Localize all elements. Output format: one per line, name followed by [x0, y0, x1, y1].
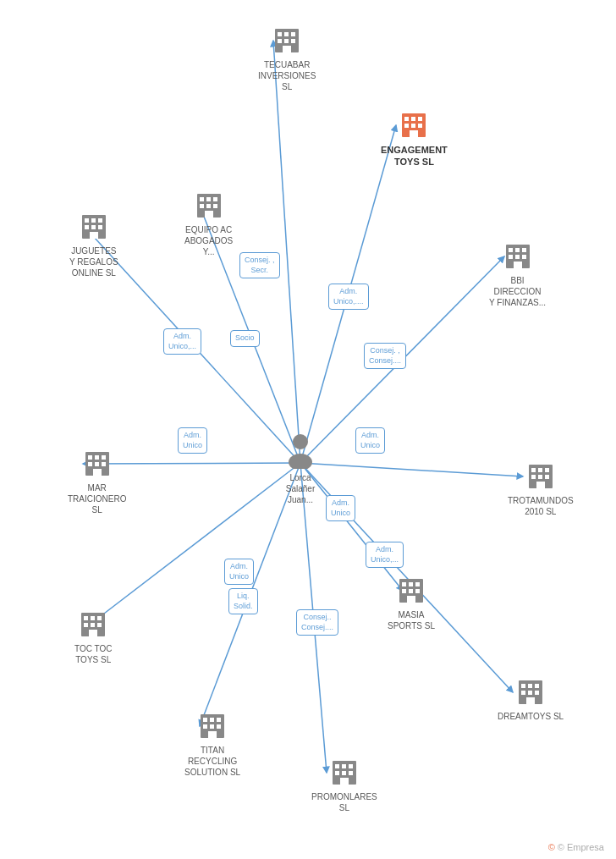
- building-icon: [272, 25, 302, 56]
- svg-rect-85: [89, 630, 97, 636]
- svg-rect-15: [278, 32, 282, 36]
- building-icon: [515, 677, 546, 708]
- network-canvas: Lorca Salañer Juan... TECUABAR INVERSION…: [0, 0, 616, 859]
- svg-rect-97: [98, 218, 102, 223]
- building-icon: [399, 110, 429, 140]
- svg-rect-92: [102, 462, 106, 466]
- relation-badge-b7[interactable]: Adm. Unico: [355, 427, 385, 454]
- svg-rect-19: [284, 39, 289, 43]
- company-node-dreamtoys[interactable]: DREAMTOYS SL: [498, 677, 564, 722]
- svg-rect-20: [291, 39, 295, 43]
- company-label: TECUABAR INVERSIONES SL: [258, 59, 316, 92]
- svg-rect-68: [349, 771, 353, 775]
- relation-badge-b5[interactable]: Socio: [230, 330, 260, 347]
- svg-rect-40: [538, 468, 542, 472]
- relation-badge-b4[interactable]: Adm. Unico,...: [163, 328, 201, 355]
- building-icon: [525, 461, 556, 492]
- svg-rect-49: [535, 684, 539, 688]
- svg-rect-50: [521, 691, 525, 695]
- svg-rect-53: [526, 697, 535, 704]
- company-node-mar[interactable]: MAR TRAICIONERO SL: [68, 449, 126, 515]
- svg-point-13: [289, 454, 312, 469]
- company-label: TOC TOC TOYS SL: [74, 643, 112, 665]
- relation-badge-b10[interactable]: Consej.. Consej....: [296, 609, 338, 636]
- svg-rect-31: [509, 248, 513, 252]
- svg-rect-61: [407, 596, 415, 603]
- svg-rect-83: [91, 623, 95, 627]
- svg-rect-57: [415, 582, 420, 586]
- company-node-engagement[interactable]: ENGAGEMENT TOYS SL: [381, 110, 448, 168]
- svg-rect-75: [210, 724, 214, 729]
- company-label: PROMONLARES SL: [311, 791, 377, 813]
- svg-rect-16: [284, 32, 289, 36]
- svg-rect-28: [418, 124, 422, 128]
- svg-rect-51: [528, 691, 532, 695]
- svg-rect-55: [402, 582, 406, 586]
- center-person-node[interactable]: Lorca Salañer Juan...: [283, 432, 317, 505]
- svg-rect-95: [85, 218, 89, 223]
- svg-point-12: [293, 434, 308, 449]
- relation-badge-b2[interactable]: Adm. Unico,....: [328, 284, 369, 310]
- company-node-titan[interactable]: TITAN RECYCLING SOLUTION SL: [184, 711, 240, 778]
- company-node-masia[interactable]: MASIA SPORTS SL: [388, 575, 435, 631]
- svg-rect-23: [404, 117, 409, 121]
- watermark: © © Empresa: [548, 842, 604, 852]
- company-node-bbi[interactable]: BBI DIRECCION Y FINANZAS...: [489, 241, 546, 308]
- svg-rect-79: [84, 616, 88, 620]
- relation-badge-b1[interactable]: Consej. , Secr.: [239, 252, 280, 278]
- svg-rect-82: [84, 623, 88, 627]
- svg-rect-35: [515, 255, 520, 259]
- svg-rect-32: [515, 248, 520, 252]
- svg-rect-45: [536, 482, 545, 488]
- svg-rect-39: [531, 468, 536, 472]
- svg-rect-90: [88, 462, 92, 466]
- company-node-tecuabar[interactable]: TECUABAR INVERSIONES SL: [258, 25, 316, 92]
- svg-rect-66: [335, 771, 339, 775]
- svg-rect-99: [91, 225, 96, 229]
- building-icon: [329, 757, 360, 788]
- svg-rect-52: [535, 691, 539, 695]
- svg-rect-104: [206, 197, 211, 201]
- relation-badge-b3[interactable]: Consej. , Consej....: [364, 343, 406, 369]
- building-icon: [194, 190, 224, 221]
- company-node-toctoc[interactable]: TOC TOC TOYS SL: [74, 609, 112, 665]
- company-node-promonlares[interactable]: PROMONLARES SL: [311, 757, 377, 813]
- relation-badge-b12[interactable]: Liq. Solid.: [228, 588, 258, 614]
- svg-rect-27: [411, 124, 415, 128]
- svg-rect-87: [88, 455, 92, 460]
- svg-rect-36: [522, 255, 526, 259]
- svg-rect-88: [95, 455, 99, 460]
- svg-rect-48: [528, 684, 532, 688]
- company-node-trotamundos[interactable]: TROTAMUNDOS 2010 SL: [508, 461, 574, 517]
- svg-rect-56: [409, 582, 413, 586]
- svg-rect-84: [97, 623, 102, 627]
- relation-badge-b6[interactable]: Adm. Unico: [178, 427, 207, 454]
- svg-rect-34: [509, 255, 513, 259]
- svg-rect-58: [402, 589, 406, 593]
- svg-rect-37: [514, 262, 522, 268]
- relation-badge-b8[interactable]: Adm. Unico: [326, 495, 355, 521]
- company-label: JUGUETES Y REGALOS ONLINE SL: [69, 245, 118, 278]
- company-node-juguetes[interactable]: JUGUETES Y REGALOS ONLINE SL: [69, 212, 118, 278]
- svg-rect-41: [545, 468, 549, 472]
- building-icon: [82, 449, 113, 479]
- svg-rect-91: [95, 462, 99, 466]
- svg-rect-24: [411, 117, 415, 121]
- svg-rect-80: [91, 616, 95, 620]
- company-label: MAR TRAICIONERO SL: [68, 482, 126, 515]
- svg-rect-103: [200, 197, 204, 201]
- svg-rect-107: [206, 204, 211, 208]
- company-label: MASIA SPORTS SL: [388, 609, 435, 631]
- svg-rect-69: [340, 778, 349, 785]
- svg-rect-65: [349, 764, 353, 768]
- relation-badge-b9[interactable]: Adm. Unico,...: [366, 542, 404, 568]
- svg-rect-64: [342, 764, 346, 768]
- company-node-equipo[interactable]: EQUIPO AC ABOGADOS Y...: [184, 190, 233, 257]
- svg-rect-100: [98, 225, 102, 229]
- building-icon: [79, 212, 109, 242]
- svg-rect-73: [217, 718, 221, 722]
- relation-badge-b11[interactable]: Adm. Unico: [224, 559, 254, 585]
- company-label: BBI DIRECCION Y FINANZAS...: [489, 275, 546, 308]
- svg-rect-47: [521, 684, 525, 688]
- svg-rect-18: [278, 39, 282, 43]
